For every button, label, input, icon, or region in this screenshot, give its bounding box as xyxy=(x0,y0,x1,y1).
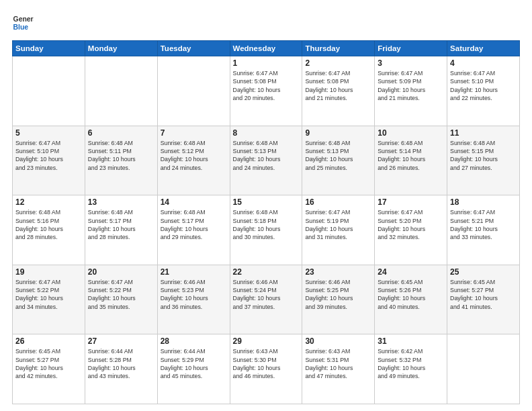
calendar-day-10: 10Sunrise: 6:48 AMSunset: 5:14 PMDayligh… xyxy=(375,126,447,195)
calendar-day-2: 2Sunrise: 6:47 AMSunset: 5:08 PMDaylight… xyxy=(302,56,375,126)
day-number: 21 xyxy=(161,267,227,277)
day-info: Sunrise: 6:46 AMSunset: 5:23 PMDaylight:… xyxy=(161,278,227,311)
day-number: 9 xyxy=(305,128,371,138)
day-info: Sunrise: 6:44 AMSunset: 5:28 PMDaylight:… xyxy=(88,347,154,380)
day-info: Sunrise: 6:45 AMSunset: 5:27 PMDaylight:… xyxy=(15,347,82,380)
day-info: Sunrise: 6:48 AMSunset: 5:13 PMDaylight:… xyxy=(305,139,371,172)
calendar-week-4: 19Sunrise: 6:47 AMSunset: 5:22 PMDayligh… xyxy=(13,265,520,334)
day-number: 6 xyxy=(88,128,154,138)
calendar-day-15: 15Sunrise: 6:48 AMSunset: 5:18 PMDayligh… xyxy=(230,195,302,265)
day-info: Sunrise: 6:47 AMSunset: 5:08 PMDaylight:… xyxy=(233,69,300,102)
calendar-day-7: 7Sunrise: 6:48 AMSunset: 5:12 PMDaylight… xyxy=(157,126,230,195)
day-number: 7 xyxy=(161,128,227,138)
day-number: 8 xyxy=(233,128,300,138)
day-info: Sunrise: 6:48 AMSunset: 5:13 PMDaylight:… xyxy=(233,139,300,172)
day-info: Sunrise: 6:43 AMSunset: 5:30 PMDaylight:… xyxy=(233,347,300,380)
day-number: 29 xyxy=(233,336,300,346)
day-info: Sunrise: 6:47 AMSunset: 5:08 PMDaylight:… xyxy=(305,69,371,102)
calendar-day-17: 17Sunrise: 6:47 AMSunset: 5:20 PMDayligh… xyxy=(375,195,447,265)
calendar-day-14: 14Sunrise: 6:48 AMSunset: 5:17 PMDayligh… xyxy=(157,195,230,265)
day-number: 13 xyxy=(88,197,154,207)
day-number: 24 xyxy=(378,267,444,277)
day-number: 30 xyxy=(305,336,371,346)
day-info: Sunrise: 6:46 AMSunset: 5:24 PMDaylight:… xyxy=(233,278,300,311)
calendar-day-1: 1Sunrise: 6:47 AMSunset: 5:08 PMDaylight… xyxy=(230,56,302,126)
day-number: 26 xyxy=(15,336,82,346)
day-number: 3 xyxy=(378,58,444,68)
svg-text:Blue: Blue xyxy=(13,24,29,31)
calendar-week-5: 26Sunrise: 6:45 AMSunset: 5:27 PMDayligh… xyxy=(13,334,520,404)
day-number: 31 xyxy=(378,336,444,346)
day-header-thursday: Thursday xyxy=(302,41,375,56)
day-number: 22 xyxy=(233,267,300,277)
day-info: Sunrise: 6:47 AMSunset: 5:10 PMDaylight:… xyxy=(450,69,517,102)
day-info: Sunrise: 6:46 AMSunset: 5:25 PMDaylight:… xyxy=(305,278,371,311)
day-info: Sunrise: 6:47 AMSunset: 5:09 PMDaylight:… xyxy=(378,69,444,102)
calendar-empty-cell xyxy=(157,56,230,126)
calendar-day-21: 21Sunrise: 6:46 AMSunset: 5:23 PMDayligh… xyxy=(157,265,230,334)
calendar-day-25: 25Sunrise: 6:45 AMSunset: 5:27 PMDayligh… xyxy=(447,265,520,334)
day-info: Sunrise: 6:45 AMSunset: 5:26 PMDaylight:… xyxy=(378,278,444,311)
calendar-week-2: 5Sunrise: 6:47 AMSunset: 5:10 PMDaylight… xyxy=(13,126,520,195)
calendar-week-3: 12Sunrise: 6:48 AMSunset: 5:16 PMDayligh… xyxy=(13,195,520,265)
day-number: 1 xyxy=(233,58,300,68)
calendar-day-24: 24Sunrise: 6:45 AMSunset: 5:26 PMDayligh… xyxy=(375,265,447,334)
day-number: 18 xyxy=(450,197,517,207)
logo-icon: General Blue xyxy=(12,12,34,34)
calendar-empty-cell xyxy=(447,334,520,404)
logo: General Blue xyxy=(12,12,36,34)
calendar-day-9: 9Sunrise: 6:48 AMSunset: 5:13 PMDaylight… xyxy=(302,126,375,195)
day-header-friday: Friday xyxy=(375,41,447,56)
calendar-empty-cell xyxy=(13,56,85,126)
day-number: 15 xyxy=(233,197,300,207)
day-info: Sunrise: 6:48 AMSunset: 5:11 PMDaylight:… xyxy=(88,139,154,172)
day-info: Sunrise: 6:47 AMSunset: 5:19 PMDaylight:… xyxy=(305,208,371,241)
day-number: 20 xyxy=(88,267,154,277)
day-info: Sunrise: 6:48 AMSunset: 5:15 PMDaylight:… xyxy=(450,139,517,172)
calendar-day-4: 4Sunrise: 6:47 AMSunset: 5:10 PMDaylight… xyxy=(447,56,520,126)
calendar-day-22: 22Sunrise: 6:46 AMSunset: 5:24 PMDayligh… xyxy=(230,265,302,334)
day-number: 5 xyxy=(15,128,82,138)
day-info: Sunrise: 6:48 AMSunset: 5:12 PMDaylight:… xyxy=(161,139,227,172)
day-number: 28 xyxy=(161,336,227,346)
day-info: Sunrise: 6:44 AMSunset: 5:29 PMDaylight:… xyxy=(161,347,227,380)
day-number: 23 xyxy=(305,267,371,277)
day-number: 14 xyxy=(161,197,227,207)
day-header-sunday: Sunday xyxy=(13,41,85,56)
calendar-day-11: 11Sunrise: 6:48 AMSunset: 5:15 PMDayligh… xyxy=(447,126,520,195)
calendar-header-row: SundayMondayTuesdayWednesdayThursdayFrid… xyxy=(13,41,520,56)
day-number: 12 xyxy=(15,197,82,207)
calendar-day-8: 8Sunrise: 6:48 AMSunset: 5:13 PMDaylight… xyxy=(230,126,302,195)
day-number: 16 xyxy=(305,197,371,207)
calendar-day-12: 12Sunrise: 6:48 AMSunset: 5:16 PMDayligh… xyxy=(13,195,85,265)
day-info: Sunrise: 6:42 AMSunset: 5:32 PMDaylight:… xyxy=(378,347,444,380)
day-info: Sunrise: 6:48 AMSunset: 5:17 PMDaylight:… xyxy=(88,208,154,241)
day-info: Sunrise: 6:47 AMSunset: 5:21 PMDaylight:… xyxy=(450,208,517,241)
day-number: 4 xyxy=(450,58,517,68)
calendar-week-1: 1Sunrise: 6:47 AMSunset: 5:08 PMDaylight… xyxy=(13,56,520,126)
calendar-day-28: 28Sunrise: 6:44 AMSunset: 5:29 PMDayligh… xyxy=(157,334,230,404)
calendar-day-3: 3Sunrise: 6:47 AMSunset: 5:09 PMDaylight… xyxy=(375,56,447,126)
day-header-tuesday: Tuesday xyxy=(157,41,230,56)
calendar-day-16: 16Sunrise: 6:47 AMSunset: 5:19 PMDayligh… xyxy=(302,195,375,265)
calendar-table: SundayMondayTuesdayWednesdayThursdayFrid… xyxy=(12,40,520,404)
day-number: 19 xyxy=(15,267,82,277)
calendar-day-29: 29Sunrise: 6:43 AMSunset: 5:30 PMDayligh… xyxy=(230,334,302,404)
day-info: Sunrise: 6:45 AMSunset: 5:27 PMDaylight:… xyxy=(450,278,517,311)
day-info: Sunrise: 6:47 AMSunset: 5:22 PMDaylight:… xyxy=(88,278,154,311)
day-info: Sunrise: 6:48 AMSunset: 5:17 PMDaylight:… xyxy=(161,208,227,241)
day-info: Sunrise: 6:48 AMSunset: 5:18 PMDaylight:… xyxy=(233,208,300,241)
svg-text:General: General xyxy=(13,15,34,23)
calendar-day-19: 19Sunrise: 6:47 AMSunset: 5:22 PMDayligh… xyxy=(13,265,85,334)
day-info: Sunrise: 6:47 AMSunset: 5:22 PMDaylight:… xyxy=(15,278,82,311)
calendar-day-31: 31Sunrise: 6:42 AMSunset: 5:32 PMDayligh… xyxy=(375,334,447,404)
page: General Blue SundayMondayTuesdayWednesda… xyxy=(0,0,532,411)
calendar-day-18: 18Sunrise: 6:47 AMSunset: 5:21 PMDayligh… xyxy=(447,195,520,265)
calendar-day-23: 23Sunrise: 6:46 AMSunset: 5:25 PMDayligh… xyxy=(302,265,375,334)
day-info: Sunrise: 6:47 AMSunset: 5:20 PMDaylight:… xyxy=(378,208,444,241)
calendar-day-5: 5Sunrise: 6:47 AMSunset: 5:10 PMDaylight… xyxy=(13,126,85,195)
day-number: 10 xyxy=(378,128,444,138)
day-number: 27 xyxy=(88,336,154,346)
calendar-day-30: 30Sunrise: 6:43 AMSunset: 5:31 PMDayligh… xyxy=(302,334,375,404)
calendar-day-27: 27Sunrise: 6:44 AMSunset: 5:28 PMDayligh… xyxy=(85,334,157,404)
